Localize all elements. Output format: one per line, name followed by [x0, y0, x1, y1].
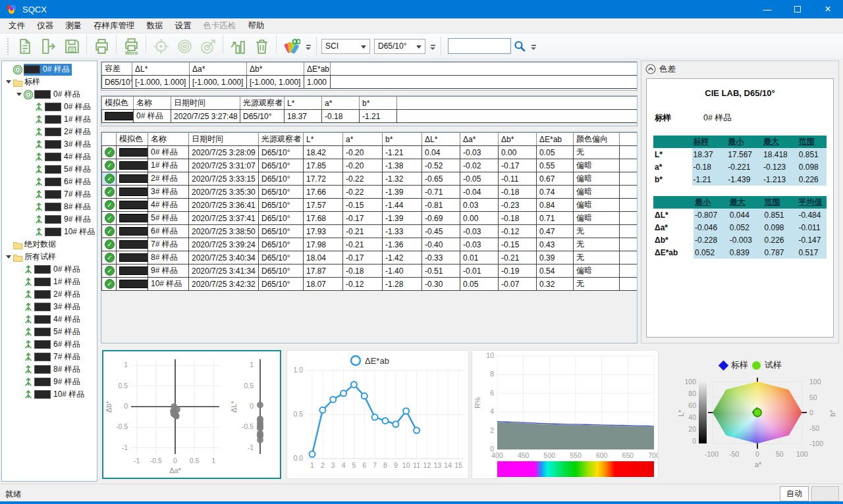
blank-button[interactable] — [811, 486, 839, 501]
column-header[interactable]: Δa* — [190, 63, 247, 76]
column-header[interactable]: b* — [383, 133, 422, 146]
search-input[interactable] — [448, 38, 511, 54]
column-header[interactable]: 名称 — [148, 133, 189, 146]
tree-item[interactable]: 0# 样品 — [2, 88, 97, 101]
column-header[interactable]: 模拟色 — [102, 97, 134, 110]
column-header[interactable]: 光源观察者 — [259, 133, 304, 146]
print-button[interactable] — [90, 35, 113, 57]
tree-item[interactable]: 4# 样品 — [2, 151, 97, 163]
new-document-button[interactable] — [13, 35, 36, 57]
column-header[interactable]: L* — [304, 133, 343, 146]
tree-item[interactable]: 10# 样品 — [2, 226, 97, 238]
tree-item[interactable]: 7# 样品 — [2, 351, 97, 363]
tree-item[interactable]: 9# 样品 — [2, 376, 97, 388]
tree-item[interactable]: 8# 样品 — [2, 363, 97, 376]
table-row[interactable]: 0# 样品2020/7/25 3:27:48D65/10°18.37-0.18-… — [102, 110, 638, 123]
search-icon[interactable] — [511, 38, 528, 55]
export-button[interactable] — [36, 35, 60, 57]
tree-item[interactable]: 3# 样品 — [2, 301, 97, 313]
column-header[interactable]: 名称 — [134, 97, 171, 110]
tree-item[interactable]: 8# 样品 — [2, 201, 97, 213]
print-word-button[interactable]: Word — [119, 35, 143, 57]
column-header[interactable]: ΔL* — [132, 63, 190, 76]
menu-item-测量[interactable]: 测量 — [59, 18, 88, 34]
toolbar-overflow-icon[interactable] — [429, 36, 437, 56]
minimize-button[interactable]: — — [752, 0, 782, 18]
tree-item[interactable]: 7# 样品 — [2, 188, 97, 201]
maximize-button[interactable] — [782, 0, 813, 18]
menu-item-帮助[interactable]: 帮助 — [242, 18, 271, 34]
close-button[interactable]: × — [813, 0, 843, 18]
calibrate-white-button[interactable] — [173, 35, 196, 57]
menu-item-存样库管理[interactable]: 存样库管理 — [88, 18, 141, 34]
save-button[interactable] — [60, 35, 84, 57]
tree-item[interactable]: 6# 样品 — [2, 338, 97, 351]
column-header[interactable]: Δa* — [460, 133, 499, 146]
tree-item[interactable]: 标样 — [2, 76, 97, 88]
column-header[interactable]: ΔE*ab — [304, 63, 331, 76]
calibrate-black-button[interactable] — [149, 35, 173, 57]
expander-icon[interactable] — [5, 254, 13, 260]
table-row[interactable]: ✓4# 样品2020/7/25 3:36:41D65/10°17.57-0.15… — [102, 199, 638, 212]
tree-item[interactable]: 10# 样品 — [2, 388, 97, 401]
table-row[interactable]: ✓9# 样品2020/7/25 3:41:34D65/10°17.87-0.18… — [102, 265, 638, 278]
column-header[interactable]: Δb* — [499, 133, 537, 146]
table-row[interactable]: ✓8# 样品2020/7/25 3:40:34D65/10°18.04-0.17… — [102, 251, 638, 265]
tree-item[interactable]: 1# 样品 — [2, 276, 97, 288]
column-header[interactable]: 模拟色 — [117, 133, 148, 146]
menu-item-色卡匹检[interactable]: 色卡匹检 — [198, 18, 242, 34]
tree-item[interactable]: 0# 样品 — [2, 263, 97, 276]
illuminant-observer-select[interactable]: D65/10° — [374, 39, 425, 54]
column-header[interactable]: 光源观察者 — [240, 97, 285, 110]
toolbar-overflow-icon[interactable] — [304, 36, 312, 56]
column-header[interactable] — [331, 63, 638, 76]
column-header[interactable]: 颜色偏向 — [574, 133, 620, 146]
measure-target-button[interactable] — [196, 35, 220, 57]
tree-item[interactable]: 4# 样品 — [2, 313, 97, 326]
statistics-button[interactable] — [226, 35, 250, 57]
column-header[interactable] — [102, 133, 117, 146]
column-header[interactable]: ΔE*ab — [537, 133, 574, 146]
collapse-panel-icon[interactable] — [645, 64, 656, 74]
tree-item[interactable]: 绝对数据 — [2, 238, 97, 251]
column-header[interactable]: ΔL* — [422, 133, 460, 146]
table-row[interactable]: ✓6# 样品2020/7/25 3:38:50D65/10°17.93-0.21… — [102, 225, 638, 238]
tree-item[interactable]: 5# 样品 — [2, 163, 97, 176]
tree-item[interactable]: 所有试样 — [2, 251, 97, 263]
tree-item[interactable]: 5# 样品 — [2, 326, 97, 338]
table-row[interactable]: ✓1# 样品2020/7/25 3:31:07D65/10°17.85-0.20… — [102, 159, 638, 172]
toolbar-overflow-icon[interactable] — [530, 36, 537, 56]
expander-icon[interactable] — [15, 91, 23, 97]
table-row[interactable]: ✓7# 样品2020/7/25 3:39:24D65/10°17.98-0.21… — [102, 238, 638, 251]
column-header[interactable] — [397, 97, 638, 110]
measure-mode-select[interactable]: SCI — [321, 39, 370, 54]
column-header[interactable]: L* — [285, 97, 322, 110]
menu-item-仪器[interactable]: 仪器 — [31, 18, 59, 34]
tree-item[interactable]: 9# 样品 — [2, 213, 97, 226]
table-row[interactable]: ✓0# 样品2020/7/25 3:28:09D65/10°18.42-0.20… — [102, 146, 638, 159]
table-row[interactable]: ✓5# 样品2020/7/25 3:37:41D65/10°17.68-0.17… — [102, 212, 638, 225]
expander-icon[interactable] — [5, 79, 13, 85]
auto-button[interactable]: 自动 — [780, 486, 809, 501]
column-header[interactable]: 容差 — [102, 63, 132, 76]
tree-item[interactable]: 1# 样品 — [2, 113, 97, 126]
table-row[interactable]: ✓10# 样品2020/7/25 3:42:32D65/10°18.07-0.1… — [102, 278, 638, 291]
menu-item-文件[interactable]: 文件 — [3, 18, 31, 34]
table-row[interactable]: ✓3# 样品2020/7/25 3:35:30D65/10°17.66-0.22… — [102, 186, 638, 199]
tree-item[interactable]: 0# 样品 — [2, 101, 97, 113]
tree-item[interactable]: 0# 样品 — [2, 63, 97, 76]
column-header[interactable] — [620, 133, 638, 146]
column-header[interactable]: b* — [360, 97, 397, 110]
column-header[interactable]: 日期时间 — [171, 97, 240, 110]
tree-item[interactable]: 2# 样品 — [2, 288, 97, 301]
table-row[interactable]: ✓2# 样品2020/7/25 3:33:15D65/10°17.72-0.22… — [102, 172, 638, 186]
color-match-button[interactable] — [279, 35, 303, 57]
delete-button[interactable] — [250, 35, 273, 57]
menu-item-数据[interactable]: 数据 — [141, 18, 169, 34]
column-header[interactable]: Δb* — [247, 63, 304, 76]
table-row[interactable]: D65/10°[-1.000, 1.000][-1.000, 1.000][-1… — [102, 76, 638, 89]
column-header[interactable]: a* — [343, 133, 383, 146]
tree-item[interactable]: 3# 样品 — [2, 138, 97, 151]
tree-item[interactable]: 6# 样品 — [2, 176, 97, 188]
tree-item[interactable]: 2# 样品 — [2, 126, 97, 138]
